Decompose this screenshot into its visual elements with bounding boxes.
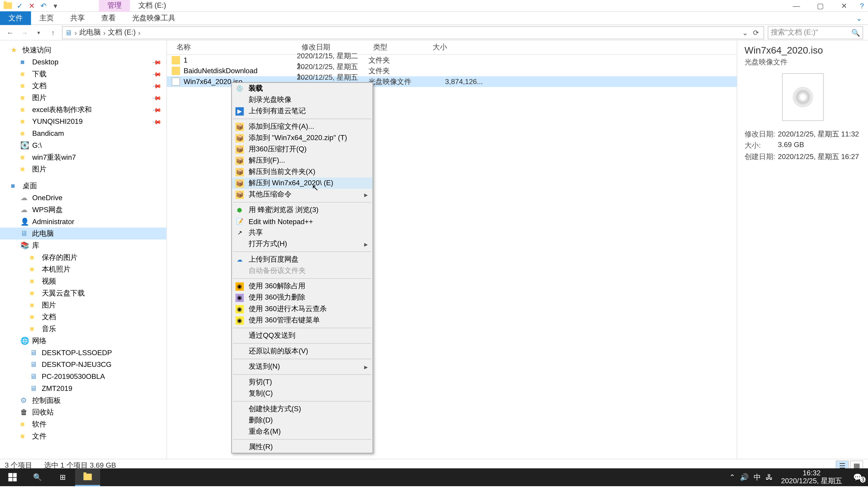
ribbon-iso-tools[interactable]: 光盘映像工具: [124, 11, 184, 25]
tree-desktop[interactable]: ■Desktop📌: [0, 56, 166, 68]
tree-g-drive[interactable]: 💽G:\: [0, 139, 166, 151]
tree-win7[interactable]: ■win7重装win7: [0, 151, 166, 163]
tree-yun[interactable]: ■YUNQISHI2019📌: [0, 116, 166, 128]
file-row[interactable]: 1 2020/12/15, 星期二 1... 文件夹: [167, 55, 737, 66]
ribbon-home[interactable]: 主页: [31, 11, 62, 25]
tree-pc4[interactable]: 🖥ZMT2019: [0, 383, 166, 394]
cm-send-to[interactable]: 发送到(N)▸: [232, 361, 373, 372]
qat-undo-icon[interactable]: ↶: [38, 0, 49, 11]
tree-bandicam[interactable]: ■Bandicam: [0, 127, 166, 139]
tree-video[interactable]: ■视频: [0, 275, 166, 287]
tree-saved-pics[interactable]: ■保存的图片: [0, 252, 166, 263]
tree-downloads[interactable]: ■下载📌: [0, 68, 166, 80]
cm-share[interactable]: ↗共享: [232, 227, 373, 238]
cm-properties[interactable]: 属性(R): [232, 442, 373, 453]
search-input[interactable]: 搜索"文档 (E:)" 🔍: [768, 26, 863, 39]
ribbon-share[interactable]: 共享: [62, 11, 93, 25]
explorer-taskbar-button[interactable]: [75, 468, 100, 486]
refresh-icon[interactable]: ⟳: [750, 28, 761, 37]
cm-other-compress[interactable]: 📦其他压缩命令▸: [232, 189, 373, 200]
tree-excel[interactable]: ■excel表格制作求和📌: [0, 104, 166, 116]
navigation-tree[interactable]: ★快速访问 ■Desktop📌 ■下载📌 ■文档📌 ■图片📌 ■excel表格制…: [0, 40, 167, 459]
tree-docs[interactable]: ■文档📌: [0, 80, 166, 92]
qat-dropdown-icon[interactable]: ▾: [50, 0, 61, 11]
task-view-button[interactable]: ⊞: [50, 468, 75, 486]
volume-icon[interactable]: 🔊: [740, 473, 749, 482]
file-row[interactable]: BaiduNetdiskDownload 2020/12/25, 星期五 1..…: [167, 66, 737, 76]
tree-pc2[interactable]: 🖥DESKTOP-NJEU3CG: [0, 359, 166, 370]
tree-quick-access[interactable]: ★快速访问: [0, 44, 166, 56]
action-center-button[interactable]: 💬3: [850, 473, 864, 482]
cm-mount[interactable]: 💿装载: [232, 83, 373, 94]
search-button[interactable]: 🔍: [25, 468, 50, 486]
tree-libraries[interactable]: 📚库: [0, 239, 166, 252]
tree-onedrive[interactable]: ☁OneDrive: [0, 192, 166, 204]
cm-360-delete[interactable]: ◉使用 360强力删除: [232, 292, 373, 303]
maximize-button[interactable]: ▢: [808, 0, 832, 11]
tree-pc1[interactable]: 🖥DESKTOP-LSSOEDP: [0, 347, 166, 359]
cm-qq-send[interactable]: 通过QQ发送到: [232, 330, 373, 341]
tree-recycle[interactable]: 🗑回收站: [0, 406, 166, 418]
cm-open-360[interactable]: 📦用360压缩打开(Q): [232, 144, 373, 155]
cm-extract-to[interactable]: 📦解压到(F)...: [232, 155, 373, 166]
tree-desktop2[interactable]: ■桌面: [0, 180, 166, 192]
network-icon[interactable]: 🖧: [766, 473, 773, 482]
tree-admin[interactable]: 👤Administrator: [0, 216, 166, 228]
cm-add-zip[interactable]: 📦添加到 "Win7x64_2020.zip" (T): [232, 132, 373, 143]
cm-360-scan[interactable]: ◉使用 360进行木马云查杀: [232, 303, 373, 315]
cm-shortcut[interactable]: 创建快捷方式(S): [232, 403, 373, 415]
cm-extract-here[interactable]: 📦解压到当前文件夹(X): [232, 166, 373, 177]
ribbon-file[interactable]: 文件: [0, 11, 31, 25]
tray-expand-icon[interactable]: ⌃: [729, 473, 735, 482]
tree-docs2[interactable]: ■文档: [0, 311, 166, 323]
minimize-button[interactable]: —: [784, 0, 808, 11]
cm-360-menu[interactable]: ◉使用 360管理右键菜单: [232, 315, 373, 326]
col-type[interactable]: 类型: [368, 42, 428, 53]
cm-bee-browser[interactable]: ⬢用 蜂蜜浏览器 浏览(3): [232, 204, 373, 216]
tree-music[interactable]: ■音乐: [0, 323, 166, 335]
cm-add-archive[interactable]: 📦添加到压缩文件(A)...: [232, 121, 373, 132]
qat-close-icon[interactable]: ✕: [26, 0, 37, 11]
ribbon-view[interactable]: 查看: [93, 11, 124, 25]
forward-button[interactable]: →: [19, 27, 30, 38]
tree-pics[interactable]: ■图片📌: [0, 92, 166, 104]
history-dropdown[interactable]: ▾: [33, 27, 44, 38]
cm-restore-version[interactable]: 还原以前的版本(V): [232, 346, 373, 357]
folder-up-icon[interactable]: [2, 0, 13, 11]
ribbon-expand-icon[interactable]: ⌄: [856, 14, 868, 22]
tree-wps[interactable]: ☁WPS网盘: [0, 204, 166, 216]
tree-files[interactable]: ■文件: [0, 430, 166, 442]
tree-this-pc[interactable]: 🖥此电脑: [0, 228, 166, 239]
tree-soft[interactable]: ■软件: [0, 418, 166, 430]
col-name[interactable]: 名称: [172, 42, 297, 53]
help-icon[interactable]: ?: [856, 0, 868, 11]
qat-check-icon[interactable]: ✓: [14, 0, 25, 11]
cm-notepad-pp[interactable]: 📝Edit with Notepad++: [232, 216, 373, 227]
tree-tywp[interactable]: ■天翼云盘下载: [0, 287, 166, 299]
crumb-pc[interactable]: 此电脑: [79, 27, 101, 37]
tree-pc3[interactable]: 🖥PC-20190530OBLA: [0, 370, 166, 383]
start-button[interactable]: [0, 468, 25, 486]
address-bar[interactable]: 🖥 › 此电脑 › 文档 (E:) › ⌄ ⟳: [62, 26, 764, 39]
col-size[interactable]: 大小: [428, 42, 488, 53]
tree-pics3[interactable]: ■图片: [0, 299, 166, 311]
tree-pics2[interactable]: ■图片: [0, 163, 166, 175]
cm-burn[interactable]: 刻录光盘映像: [232, 94, 373, 105]
ime-indicator[interactable]: 中: [754, 472, 761, 482]
cm-open-with[interactable]: 打开方式(H)▸: [232, 238, 373, 250]
cm-delete[interactable]: 删除(D): [232, 415, 373, 426]
cm-360-unlock[interactable]: ◉使用 360解除占用: [232, 281, 373, 292]
crumb-drive[interactable]: 文档 (E:): [108, 27, 135, 37]
tree-network[interactable]: 🌐网络: [0, 335, 166, 347]
up-button[interactable]: ↑: [48, 27, 58, 38]
tree-local-pics[interactable]: ■本机照片: [0, 263, 166, 275]
addr-dropdown-icon[interactable]: ⌄: [742, 28, 748, 37]
cm-extract-folder[interactable]: 📦解压到 Win7x64_2020\ (E): [232, 177, 373, 189]
tree-control-panel[interactable]: ⚙控制面板: [0, 394, 166, 406]
cm-youdao[interactable]: ▶上传到有道云笔记: [232, 105, 373, 117]
close-button[interactable]: ✕: [832, 0, 856, 11]
cm-cut[interactable]: 剪切(T): [232, 377, 373, 388]
back-button[interactable]: ←: [5, 27, 16, 38]
cm-baidu[interactable]: ☁上传到百度网盘: [232, 254, 373, 265]
clock[interactable]: 16:32 2020/12/25, 星期五: [777, 469, 846, 485]
